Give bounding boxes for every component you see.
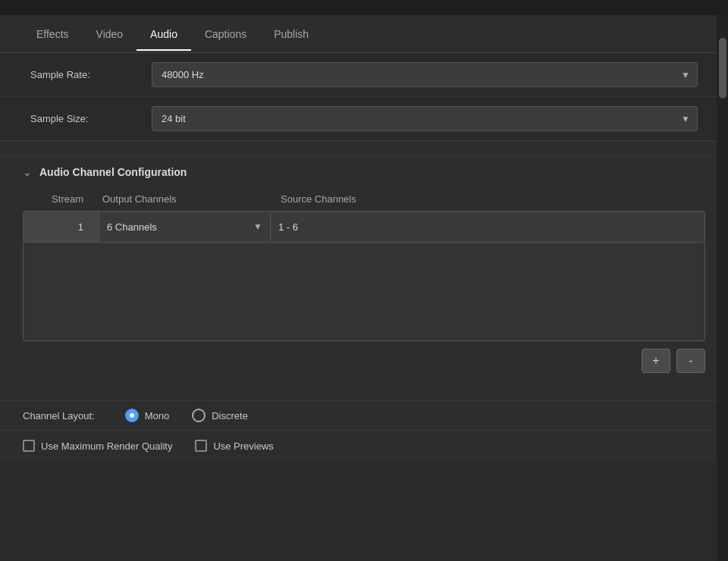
mono-radio-group[interactable]: Mono: [125, 409, 170, 422]
channel-output-select[interactable]: 1 Channel (Mono) 2 Channels (Stereo) 6 C…: [103, 214, 266, 240]
channel-row-1: 1 1 Channel (Mono) 2 Channels (Stereo) 6…: [23, 211, 705, 243]
sample-rate-label: Sample Rate:: [30, 69, 152, 80]
discrete-radio-group[interactable]: Discrete: [192, 409, 248, 422]
channel-layout-label: Channel Layout:: [23, 410, 95, 422]
use-previews-checkbox[interactable]: [195, 440, 207, 452]
sample-size-select-wrapper: 8 bit 16 bit 24 bit ▼: [152, 106, 698, 131]
bottom-bar: Use Maximum Render Quality Use Previews: [0, 430, 728, 461]
use-max-render-quality-label: Use Maximum Render Quality: [41, 440, 172, 452]
sample-rate-select[interactable]: 44100 Hz 48000 Hz 96000 Hz: [152, 62, 698, 87]
tab-audio[interactable]: Audio: [136, 17, 191, 51]
tab-video[interactable]: Video: [83, 17, 137, 51]
use-previews-item: Use Previews: [195, 440, 273, 452]
channel-stream-number: 1: [24, 212, 99, 242]
channel-config-area: Stream Output Channels Source Channels 1…: [0, 187, 728, 400]
sample-size-row: Sample Size: 8 bit 16 bit 24 bit ▼: [0, 97, 728, 141]
channel-button-row: + -: [23, 349, 705, 373]
discrete-radio-label: Discrete: [212, 410, 248, 422]
stream-column-header: Stream: [23, 193, 99, 205]
use-previews-label: Use Previews: [213, 440, 273, 452]
audio-channel-config-title: Audio Channel Configuration: [39, 166, 187, 178]
audio-channel-section-header: ⌄ Audio Channel Configuration: [0, 156, 728, 187]
use-max-render-quality-item: Use Maximum Render Quality: [23, 440, 172, 452]
add-channel-button[interactable]: +: [642, 349, 670, 373]
channel-table-header: Stream Output Channels Source Channels: [23, 187, 705, 211]
use-max-render-quality-checkbox[interactable]: [23, 440, 35, 452]
channel-output-select-wrapper: 1 Channel (Mono) 2 Channels (Stereo) 6 C…: [99, 214, 270, 240]
tab-effects[interactable]: Effects: [23, 17, 83, 51]
tab-captions[interactable]: Captions: [191, 17, 260, 51]
source-channels-column-header: Source Channels: [273, 193, 705, 205]
output-channels-column-header: Output Channels: [99, 193, 273, 205]
top-bar: [0, 0, 728, 15]
mono-radio-label: Mono: [145, 410, 170, 422]
sample-size-select[interactable]: 8 bit 16 bit 24 bit: [152, 106, 698, 131]
spacer: [0, 141, 728, 156]
sample-size-label: Sample Size:: [30, 113, 152, 124]
remove-channel-button[interactable]: -: [676, 349, 705, 373]
scrollbar-thumb[interactable]: [719, 38, 726, 99]
discrete-radio-button[interactable]: [192, 409, 206, 422]
channel-source-value: 1 - 6: [270, 214, 704, 240]
tab-publish[interactable]: Publish: [260, 17, 322, 51]
sample-rate-select-wrapper: 44100 Hz 48000 Hz 96000 Hz ▼: [152, 62, 698, 87]
scrollbar[interactable]: [717, 15, 728, 561]
mono-radio-button[interactable]: [125, 409, 139, 422]
collapse-icon[interactable]: ⌄: [23, 166, 32, 178]
channel-layout-row: Channel Layout: Mono Discrete: [0, 400, 728, 430]
sample-rate-row: Sample Rate: 44100 Hz 48000 Hz 96000 Hz …: [0, 53, 728, 97]
empty-channel-area: [23, 243, 705, 341]
tabs-bar: Effects Video Audio Captions Publish: [0, 15, 728, 53]
